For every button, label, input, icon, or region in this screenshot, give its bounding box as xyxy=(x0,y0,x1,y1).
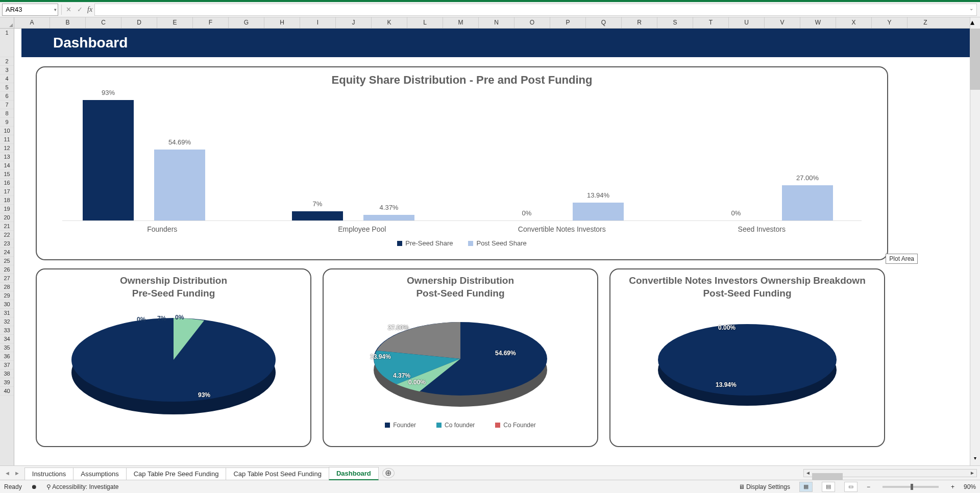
row-header[interactable]: 29 xyxy=(0,291,14,300)
row-header[interactable]: 28 xyxy=(0,283,14,291)
row-header[interactable]: 34 xyxy=(0,335,14,343)
scrollbar-down-button[interactable]: ▾ xyxy=(970,455,980,465)
row-header[interactable]: 16 xyxy=(0,179,14,187)
sheet-tab-assumptions[interactable]: Assumptions xyxy=(73,467,126,480)
row-header[interactable]: 8 xyxy=(0,109,14,118)
ownership-post-seed-chart[interactable]: Ownership DistributionPost-Seed Funding … xyxy=(323,268,598,447)
row-header[interactable]: 20 xyxy=(0,213,14,222)
row-header[interactable]: 13 xyxy=(0,153,14,161)
scrollbar-up-button[interactable]: ▴ xyxy=(970,17,980,29)
hscroll-right-button[interactable]: ► xyxy=(968,470,976,476)
row-header[interactable]: 5 xyxy=(0,83,14,92)
tab-next-button[interactable]: ► xyxy=(13,469,21,477)
column-header[interactable]: E xyxy=(157,17,193,28)
row-header[interactable]: 2 xyxy=(0,57,14,66)
column-header[interactable]: M xyxy=(443,17,479,28)
equity-distribution-chart[interactable]: Equity Share Distribution - Pre and Post… xyxy=(36,66,888,260)
row-header[interactable]: 40 xyxy=(0,387,14,396)
column-header[interactable]: A xyxy=(14,17,50,28)
view-page-layout-button[interactable]: ▤ xyxy=(822,482,835,492)
column-header[interactable]: X xyxy=(836,17,872,28)
column-header[interactable]: N xyxy=(479,17,514,28)
sheet-tab-cap-post-seed[interactable]: Cap Table Post Seed Funding xyxy=(226,467,329,480)
tab-prev-button[interactable]: ◄ xyxy=(3,469,12,477)
row-header[interactable]: 9 xyxy=(0,118,14,127)
row-header[interactable]: 32 xyxy=(0,317,14,326)
convertible-notes-breakdown-chart[interactable]: Convertible Notes Investors Ownership Br… xyxy=(609,268,885,447)
column-header[interactable]: S xyxy=(657,17,693,28)
column-header[interactable]: T xyxy=(693,17,729,28)
row-header[interactable]: 18 xyxy=(0,196,14,205)
row-header[interactable]: 25 xyxy=(0,257,14,265)
fx-icon[interactable]: fx xyxy=(87,6,92,14)
row-header[interactable]: 30 xyxy=(0,300,14,309)
column-header[interactable]: Q xyxy=(586,17,622,28)
zoom-out-button[interactable]: − xyxy=(867,483,870,490)
add-sheet-button[interactable]: ⊕ xyxy=(382,468,395,478)
zoom-in-button[interactable]: + xyxy=(951,483,954,490)
row-header[interactable]: 36 xyxy=(0,352,14,361)
row-header[interactable]: 7 xyxy=(0,101,14,109)
cancel-formula-button[interactable]: ✕ xyxy=(63,6,74,13)
row-header[interactable]: 4 xyxy=(0,75,14,83)
column-header[interactable]: O xyxy=(514,17,550,28)
scroll-thumb[interactable] xyxy=(970,29,980,90)
ownership-pre-seed-chart[interactable]: Ownership DistributionPre-Seed Funding 9… xyxy=(36,268,311,447)
sheet-tab-instructions[interactable]: Instructions xyxy=(24,467,74,480)
view-normal-button[interactable]: ▦ xyxy=(799,482,813,492)
column-header[interactable]: J xyxy=(336,17,372,28)
display-settings-button[interactable]: 🖥 Display Settings xyxy=(739,483,790,490)
row-header[interactable]: 27 xyxy=(0,274,14,283)
confirm-formula-button[interactable]: ✓ xyxy=(74,6,85,13)
formula-input[interactable]: ⌄ xyxy=(94,4,977,16)
row-header[interactable]: 24 xyxy=(0,248,14,257)
hscroll-thumb[interactable] xyxy=(812,473,843,480)
row-header[interactable]: 33 xyxy=(0,326,14,335)
column-header[interactable]: Y xyxy=(872,17,908,28)
column-header[interactable]: W xyxy=(800,17,836,28)
row-header[interactable]: 3 xyxy=(0,66,14,75)
row-header[interactable]: 23 xyxy=(0,239,14,248)
row-header[interactable]: 19 xyxy=(0,205,14,213)
expand-formula-icon[interactable]: ⌄ xyxy=(969,6,973,11)
accessibility-status[interactable]: ⚲ Accessibility: Investigate xyxy=(46,483,119,490)
row-header[interactable]: 11 xyxy=(0,135,14,144)
zoom-slider[interactable] xyxy=(883,486,939,488)
row-header[interactable]: 37 xyxy=(0,361,14,369)
row-header[interactable]: 12 xyxy=(0,144,14,153)
sheet-content[interactable]: Dashboard Equity Share Distribution - Pr… xyxy=(14,29,970,465)
column-header[interactable]: Z xyxy=(908,17,943,28)
column-header[interactable]: K xyxy=(372,17,407,28)
row-header[interactable]: 22 xyxy=(0,231,14,239)
row-header[interactable]: 35 xyxy=(0,343,14,352)
column-header[interactable]: U xyxy=(729,17,765,28)
column-header[interactable]: V xyxy=(765,17,800,28)
row-header[interactable]: 31 xyxy=(0,309,14,317)
view-page-break-button[interactable]: ▭ xyxy=(844,482,857,492)
column-header[interactable]: D xyxy=(121,17,157,28)
row-header[interactable]: 10 xyxy=(0,127,14,135)
row-header[interactable]: 21 xyxy=(0,222,14,231)
name-box[interactable]: AR43 ▾ xyxy=(2,4,58,16)
hscroll-left-button[interactable]: ◄ xyxy=(804,470,812,476)
column-header[interactable]: B xyxy=(50,17,86,28)
column-header[interactable]: P xyxy=(550,17,586,28)
column-header[interactable]: L xyxy=(407,17,443,28)
sheet-tab-dashboard[interactable]: Dashboard xyxy=(329,467,379,480)
sheet-tab-cap-pre-seed[interactable]: Cap Table Pre Seed Funding xyxy=(126,467,227,480)
row-header[interactable]: 17 xyxy=(0,187,14,196)
column-header[interactable]: H xyxy=(264,17,300,28)
row-header[interactable]: 14 xyxy=(0,161,14,170)
zoom-percent[interactable]: 90% xyxy=(964,483,976,490)
row-header[interactable]: 26 xyxy=(0,265,14,274)
row-header[interactable]: 15 xyxy=(0,170,14,179)
row-header[interactable]: 1 xyxy=(0,29,14,57)
column-header[interactable]: F xyxy=(193,17,229,28)
row-header[interactable]: 6 xyxy=(0,92,14,101)
macro-record-icon[interactable]: ⏺ xyxy=(31,483,37,490)
chevron-down-icon[interactable]: ▾ xyxy=(54,7,57,12)
column-header[interactable]: G xyxy=(229,17,264,28)
vertical-scrollbar[interactable]: ▾ xyxy=(970,29,980,465)
select-all-corner[interactable] xyxy=(0,17,14,28)
horizontal-scrollbar[interactable]: ◄ ► xyxy=(803,469,977,477)
